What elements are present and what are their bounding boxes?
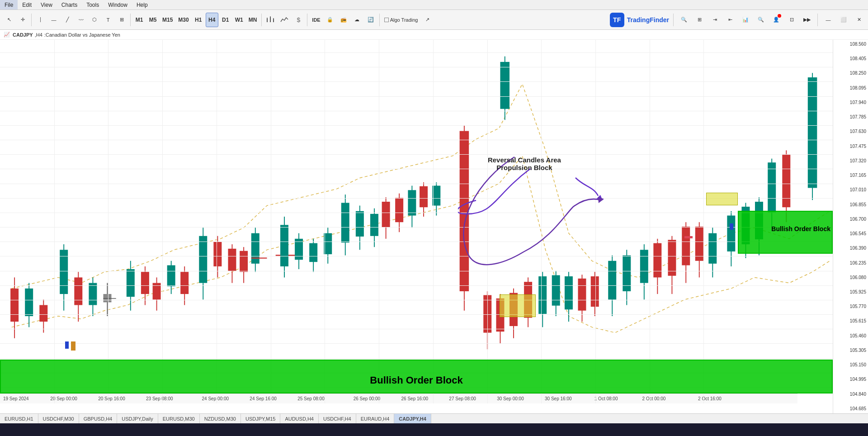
chart-description: Canadian Dollar vs Japanese Yen [46,32,120,38]
price-104995: 104.995 [835,377,866,382]
cloud-btn[interactable]: ☁ [351,13,363,27]
expert-btn[interactable]: ↗ [421,13,434,27]
ide-btn[interactable]: IDE [310,13,322,27]
grid-h-19 [0,314,833,315]
grid-h-8 [0,154,833,155]
tab-usdchf-m30[interactable]: USDCHF,M30 [38,414,79,423]
reversal-annotation: Reversal Candles Area Propulsion Block [475,156,574,171]
extra-btn[interactable]: ▶▶ [801,13,813,27]
menu-window[interactable]: Window [104,0,132,9]
grid-h-5 [0,111,833,111]
grid-btn[interactable]: ⊞ [693,13,706,27]
time-label-4: 24 Sep 00:00 [202,396,229,401]
tab-usdjpy-daily[interactable]: USDJPY,Daily [117,414,158,423]
indicators-btn[interactable] [278,13,291,27]
vline-tool[interactable]: ⏐ [34,13,47,27]
crosshair-tool[interactable]: ✛ [16,13,29,27]
hline-tool[interactable]: — [47,13,60,27]
cursor-tool[interactable]: ↖ [3,13,15,27]
svg-rect-4 [273,19,274,22]
menu-file[interactable]: File [0,0,18,9]
shapes-tool[interactable]: ⬡ [88,13,101,27]
time-label-0: 19 Sep 2024 [3,396,29,401]
svg-rect-64 [408,190,416,215]
menu-view[interactable]: View [36,0,57,9]
chart-timeframe: H4 [36,32,42,38]
expand-btn[interactable]: ⊡ [785,13,798,27]
tab-euraud-h4[interactable]: EURAUD,H4 [356,414,395,423]
price-107940: 107.940 [835,100,866,105]
menu-tools[interactable]: Tools [82,0,104,9]
small-blue-block-left [65,341,69,349]
path-tool[interactable]: 〰 [75,13,87,27]
logo-icon: TF [610,13,624,27]
tf-mn[interactable]: MN [246,13,259,27]
grid-h-3 [0,81,833,82]
tf-h4[interactable]: H4 [206,13,218,27]
menu-charts[interactable]: Charts [57,0,82,9]
price-105150: 105.150 [835,362,866,368]
svg-rect-19 [89,283,97,305]
tf-d1[interactable]: D1 [219,13,232,27]
tab-eurusd-m30[interactable]: EURUSD,M30 [158,414,200,423]
price-107010: 107.010 [835,187,866,193]
svg-rect-11 [25,289,33,316]
candle-chart [0,40,833,393]
price-107630: 107.630 [835,129,866,134]
scroll-right-btn[interactable]: ⇥ [708,13,721,27]
radio-btn[interactable]: 📻 [337,13,350,27]
sync-btn[interactable]: 🔄 [364,13,377,27]
menu-help[interactable]: Help [132,0,152,9]
price-106545: 106.545 [835,231,866,237]
scroll-left-btn[interactable]: ⇤ [724,13,736,27]
chart-list-btn[interactable]: 📊 [739,13,752,27]
tab-usdjpy-m15[interactable]: USDJPY,M15 [241,414,280,423]
time-label-8: 26 Sep 16:00 [401,396,429,401]
win-close[interactable]: ✕ [853,13,865,27]
tf-m5[interactable]: M5 [146,13,159,27]
svg-rect-102 [695,227,703,261]
small-blue-block-right [730,223,733,230]
trend-tool[interactable]: ╱ [61,13,74,27]
grid-h-7 [0,140,833,140]
svg-rect-94 [640,250,648,283]
lock-btn[interactable]: 🔒 [324,13,336,27]
grid-v-7 [379,40,379,403]
svg-rect-92 [623,256,631,291]
tf-w1[interactable]: W1 [233,13,245,27]
fib-tool[interactable]: ⊞ [115,13,128,27]
menu-edit[interactable]: Edit [18,0,36,9]
tab-usdchf-h4[interactable]: USDCHF,H4 [319,414,356,423]
tf-m30[interactable]: M30 [176,13,191,27]
tf-m1[interactable]: M1 [133,13,146,27]
tab-audusd-h4[interactable]: AUDUSD,H4 [280,414,319,423]
win-minimize[interactable]: — [822,13,835,27]
svg-rect-62 [395,198,403,222]
tf-h1[interactable]: H1 [192,13,205,27]
svg-rect-82 [552,275,560,306]
tf-m15[interactable]: M15 [160,13,175,27]
win-maximize[interactable]: ⬜ [837,13,850,27]
search-btn[interactable]: 🔍 [755,13,767,27]
tab-cadjpy-h4[interactable]: CADJPY,H4 [394,414,431,423]
time-label-14: 2 Oct 16:00 [698,396,722,401]
tab-eurusd-h1[interactable]: EURUSD,H1 [0,414,38,423]
tab-nzdusd-m30[interactable]: NZDUSD,M30 [200,414,241,423]
grid-v-1 [54,40,55,403]
bullish-order-block-right-label: Bullish Order Block [771,225,830,232]
svg-rect-17 [74,277,82,305]
text-tool[interactable]: T [102,13,114,27]
svg-rect-26 [141,272,149,294]
price-108250: 108.250 [835,71,866,76]
algo-trading-btn[interactable]: Algo Trading [382,13,420,27]
small-red-block [684,236,693,238]
grid-h-17 [0,285,833,286]
time-label-12: 1 Oct 08:00 [594,396,618,401]
dollar-btn[interactable]: $ [292,13,305,27]
tab-gbpusd-h4[interactable]: GBPUSD,H4 [79,414,118,423]
tradingfinder-logo: TF TradingFinder [610,13,669,27]
price-105615: 105.615 [835,318,866,324]
chart-type-btn[interactable] [264,13,277,27]
zoom-in-btn[interactable]: 🔍 [678,13,690,27]
profile-btn[interactable]: 👤 [770,13,783,27]
